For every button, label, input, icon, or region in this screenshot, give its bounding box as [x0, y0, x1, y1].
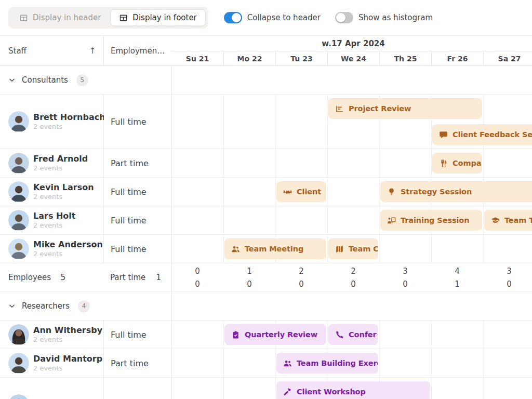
event-conference-call[interactable]: Confer — [328, 324, 378, 345]
summary-cell: 20 — [275, 263, 327, 291]
clipboard-check-icon — [231, 330, 240, 339]
avatar — [8, 324, 29, 345]
day-header-cell[interactable]: We 24 — [327, 51, 379, 65]
toggle-on-switch[interactable] — [224, 12, 242, 23]
summary-cell: 00 — [171, 263, 223, 291]
staff-name: Kevin Larson — [33, 182, 94, 193]
summary-cell: 30 — [379, 263, 431, 291]
summary-day-cells: 00 10 20 20 30 41 30 — [171, 263, 532, 291]
employment-cell: Full time — [104, 321, 171, 349]
staff-cell: Brett Hornbach2 events — [0, 95, 104, 149]
show-as-histogram-toggle[interactable]: Show as histogram — [335, 12, 433, 23]
staff-column-header[interactable]: Staff ↑ — [0, 36, 104, 65]
table-icon — [119, 14, 128, 22]
avatar — [8, 394, 29, 399]
staff-cell: Lars Holt2 events — [0, 206, 104, 234]
event-client-feedback-session[interactable]: Client Feedback Sess — [432, 124, 532, 145]
person-board-icon — [387, 216, 396, 225]
table-row[interactable]: John Douglas — [0, 378, 532, 399]
avatar — [8, 181, 29, 202]
users-icon — [283, 359, 292, 368]
event-quarterly-review[interactable]: Quarterly Review — [224, 324, 326, 345]
staff-event-count: 2 events — [33, 336, 102, 344]
day-header-row: Su 21 Mo 22 Tu 23 We 24 Th 25 Fr 26 Sa 2… — [171, 51, 532, 65]
event-training-session[interactable]: Training Session — [380, 210, 482, 231]
hammer-icon — [283, 388, 292, 396]
staff-cell: Mike Anderson2 events — [0, 235, 104, 263]
scheduler: Staff ↑ Employmen… w.17 Apr 2024 Su 21 M… — [0, 35, 532, 399]
staff-name: Fred Arnold — [33, 154, 88, 164]
map-icon — [335, 245, 344, 254]
staff-name: Mike Anderson — [33, 240, 103, 250]
event-project-review[interactable]: Project Review — [328, 98, 482, 119]
staff-cell: Ann Withersby2 events — [0, 321, 104, 349]
group-name: Consultants — [22, 75, 68, 85]
summary-row: Employees 5 Part time 1 00 10 20 20 30 4… — [0, 263, 532, 292]
staff-event-count: 2 events — [33, 221, 76, 230]
sort-ascending-icon: ↑ — [89, 46, 96, 56]
staff-name: Lars Holt — [33, 211, 76, 221]
staff-event-count: 2 events — [33, 193, 94, 201]
chart-bar-icon — [335, 104, 344, 113]
part-time-label: Part time — [110, 273, 145, 282]
event-client-workshop[interactable]: Client Workshop — [276, 381, 430, 399]
staff-event-count: 2 events — [33, 250, 103, 258]
lightbulb-icon — [387, 188, 396, 196]
day-header-cell[interactable]: Tu 23 — [275, 51, 327, 65]
staff-header-label: Staff — [8, 46, 26, 56]
handshake-icon — [283, 188, 292, 196]
toggle-knob — [232, 13, 241, 22]
phone-icon — [335, 330, 344, 339]
week-header-cell[interactable]: w.17 Apr 2024 — [171, 36, 532, 51]
chevron-down-icon[interactable] — [8, 76, 16, 84]
staff-name: Ann Withersby — [33, 325, 102, 336]
avatar — [8, 210, 29, 231]
employees-count: 5 — [60, 273, 65, 282]
part-time-summary: Part time 1 — [110, 263, 161, 291]
avatar — [8, 238, 29, 259]
day-header-cell[interactable]: Sa 27 — [483, 51, 532, 65]
summary-cell: 10 — [223, 263, 275, 291]
toggle-off-switch[interactable] — [335, 12, 353, 23]
summary-cell: 30 — [483, 263, 532, 291]
day-header-cell[interactable]: Fr 26 — [431, 51, 483, 65]
group-row-consultants[interactable]: Consultants 5 — [0, 66, 532, 95]
event-team-conference[interactable]: Team C — [328, 238, 378, 259]
part-time-count: 1 — [156, 273, 161, 282]
time-axis-header: w.17 Apr 2024 Su 21 Mo 22 Tu 23 We 24 Th… — [171, 36, 532, 66]
summary-cell: 41 — [431, 263, 483, 291]
employment-cell: Part time — [104, 149, 171, 177]
employees-label: Employees — [8, 273, 51, 282]
collapse-to-header-toggle[interactable]: Collapse to header — [224, 12, 321, 23]
table-row[interactable]: David Mantorp2 events Part time — [0, 349, 532, 378]
staff-name: David Mantorp — [33, 354, 102, 364]
avatar — [8, 153, 29, 174]
display-in-footer-button[interactable]: Display in footer — [110, 9, 205, 26]
summary-cell: 20 — [327, 263, 379, 291]
avatar — [8, 353, 29, 374]
employment-cell: Full time — [104, 178, 171, 206]
group-row-researchers[interactable]: Researchers 4 — [0, 292, 532, 321]
users-icon — [231, 245, 240, 254]
show-as-histogram-label: Show as histogram — [358, 13, 433, 22]
event-team-building-exercise[interactable]: Team Building Exerc — [276, 353, 378, 374]
day-header-cell[interactable]: Mo 22 — [223, 51, 275, 65]
display-in-footer-label: Display in footer — [132, 13, 196, 22]
day-header-cell[interactable]: Su 21 — [171, 51, 223, 65]
grid-line — [171, 36, 172, 399]
collapse-to-header-label: Collapse to header — [247, 13, 321, 22]
display-in-header-button[interactable]: Display in header — [11, 9, 109, 26]
event-company-lunch[interactable]: Compa — [432, 153, 482, 174]
display-toggle-group: Display in header Display in footer — [8, 7, 208, 29]
toolbar: Display in header Display in footer Coll… — [0, 0, 532, 35]
toggle-knob — [336, 13, 345, 22]
event-client-meeting[interactable]: Client — [276, 181, 326, 202]
chevron-down-icon[interactable] — [8, 302, 16, 310]
employment-column-header[interactable]: Employmen… — [104, 36, 171, 65]
staff-cell: David Mantorp2 events — [0, 349, 104, 377]
day-header-cell[interactable]: Th 25 — [379, 51, 431, 65]
staff-cell: Fred Arnold2 events — [0, 149, 104, 177]
event-strategy-session[interactable]: Strategy Session — [380, 181, 532, 202]
event-team-training[interactable]: Team T — [484, 210, 532, 231]
event-team-meeting[interactable]: Team Meeting — [224, 238, 326, 259]
